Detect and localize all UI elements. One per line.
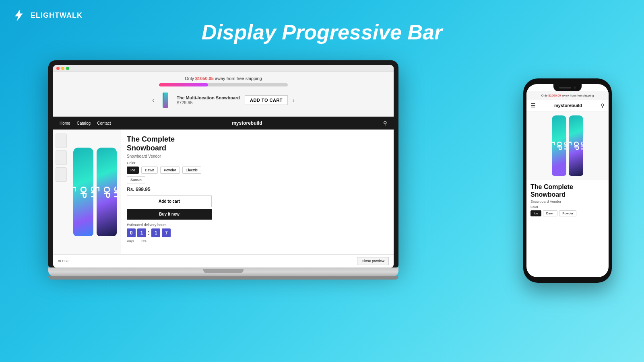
countdown-hours-ones: 1 [137, 228, 146, 237]
phone-notch [553, 84, 582, 91]
cart-item-price: $729.95 [177, 100, 240, 105]
est-text: m EST [58, 259, 69, 263]
product-price: Rs. 699.95 [127, 187, 212, 192]
countdown-labels: Days Hrs [127, 239, 212, 243]
hrs-label: Hrs [141, 239, 146, 243]
browser-dot-close [56, 67, 60, 70]
phone-shipping-amount: $1000.00 [548, 94, 561, 97]
product-details: The Complete Snowboard Snowboard Vendor … [121, 130, 217, 254]
phone-color-ice[interactable]: Ice [530, 210, 541, 216]
announcement-text: Only $1050.05 away from free shipping [61, 76, 386, 81]
phone-color-dawn[interactable]: Dawn [543, 210, 557, 216]
color-options: Ice Dawn Powder Electric Sunset [127, 167, 212, 183]
snowboard-image-1: SHOPF [73, 148, 93, 236]
phone-snowboard-2: SHOPF [569, 115, 583, 176]
cart-item-info: The Multi-location Snowboard $729.95 [177, 95, 240, 105]
brand-name: ELIGHTWALK [31, 11, 83, 20]
color-ice[interactable]: Ice [127, 167, 139, 174]
thumbnail-2[interactable] [56, 150, 67, 165]
thumbnail-strip [53, 130, 69, 254]
phone-color-label: Color [530, 205, 605, 209]
page-title: Display Progressive Bar [0, 20, 644, 44]
nav-catalog[interactable]: Catalog [77, 121, 91, 125]
close-preview-button[interactable]: Close preview [357, 257, 389, 265]
phone-speaker [559, 87, 571, 88]
countdown-minutes-ones: 7 [162, 228, 171, 237]
phone-mockup: Only $1000.00 away from free shipping ☰ … [523, 78, 612, 283]
laptop-screen-inner: Only $1050.05 away from free shipping ‹ … [53, 65, 394, 267]
color-dawn[interactable]: Dawn [141, 167, 158, 174]
phone-color-powder[interactable]: Powder [559, 210, 576, 216]
cart-item-row: ‹ The Multi-location Snowboard $729.95 A… [61, 90, 386, 111]
cart-prev-button[interactable]: ‹ [152, 97, 154, 103]
color-electric[interactable]: Electric [182, 167, 202, 174]
nav-contact[interactable]: Contact [97, 121, 111, 125]
store-nav: Home Catalog Contact mystorebuild ⚲ [53, 117, 394, 130]
laptop-screen-outer: Only $1050.05 away from free shipping ‹ … [48, 60, 398, 267]
phone-product-title: The Complete Snowboard [530, 183, 605, 198]
days-label: Days [127, 239, 134, 243]
cart-item-image [159, 92, 172, 108]
search-icon[interactable]: ⚲ [383, 120, 387, 126]
laptop-foot [48, 276, 398, 280]
laptop-mockup: Only $1050.05 away from free shipping ‹ … [48, 60, 398, 280]
cart-item-name: The Multi-location Snowboard [177, 95, 240, 100]
color-powder[interactable]: Powder [160, 167, 180, 174]
phone-snowboard-1: SHOPF [552, 115, 566, 176]
thumbnail-3[interactable] [56, 167, 67, 182]
preview-bar: m EST Close preview [53, 254, 394, 267]
nav-links: Home Catalog Contact [60, 121, 111, 125]
progress-fill [159, 83, 208, 86]
shipping-amount: $1050.05 [195, 76, 214, 81]
browser-dot-minimize [61, 67, 64, 70]
buy-now-button[interactable]: Buy it now [127, 209, 212, 220]
phone-color-options: Ice Dawn Powder [530, 210, 605, 216]
snowboard-text-2: SHOPF [97, 186, 117, 197]
cart-add-to-cart-button[interactable]: ADD TO CART [245, 95, 288, 105]
color-sunset[interactable]: Sunset [127, 176, 145, 183]
countdown-hours-tens: 0 [127, 228, 136, 237]
countdown-minutes-tens: 1 [151, 228, 160, 237]
store-name: mystorebuild [232, 120, 262, 126]
phone-product-details: The Complete Snowboard Snowboard Vendor … [526, 180, 609, 220]
phone-search-icon[interactable]: ⚲ [601, 103, 605, 109]
snowboard-image-2: SHOPF [97, 148, 117, 236]
nav-home[interactable]: Home [60, 121, 70, 125]
phone-announcement: Only $1000.00 away from free shipping [526, 91, 609, 100]
progress-track [159, 83, 288, 86]
phone-screen: Only $1000.00 away from free shipping ☰ … [526, 84, 609, 277]
cart-snowboard-thumbnail [163, 93, 168, 108]
laptop-base [48, 267, 398, 276]
browser-dot-maximize [66, 67, 69, 70]
thumbnail-1[interactable] [56, 134, 67, 148]
phone-outer: Only $1000.00 away from free shipping ☰ … [523, 78, 612, 283]
product-image-section: SHOPF SHOPF [53, 130, 121, 254]
product-vendor: Snowboard Vendor [127, 154, 212, 158]
color-label: Color [127, 161, 212, 165]
phone-sb-text-1: SHOPF [552, 141, 566, 150]
phone-sb-text-2: SHOPF [569, 141, 583, 150]
phone-store-name: mystorebuild [554, 103, 582, 108]
announcement-bar: Only $1050.05 away from free shipping ‹ … [53, 72, 394, 117]
product-title: The Complete Snowboard [127, 135, 212, 152]
browser-chrome [53, 65, 394, 72]
cart-next-button[interactable]: › [293, 97, 295, 103]
phone-product-images: SHOPF SHOPF [526, 111, 609, 180]
phone-vendor: Snowboard Vendor [530, 200, 605, 204]
add-to-cart-main-button[interactable]: Add to cart [127, 195, 212, 207]
product-area: SHOPF SHOPF The Complete Snowboard Snowb… [53, 130, 394, 254]
hamburger-icon[interactable]: ☰ [530, 102, 536, 109]
phone-camera [574, 86, 576, 89]
countdown-colon: : [148, 229, 150, 237]
snowboard-text-1: SHOPF [73, 186, 93, 197]
delivery-label: Estimated delivery hours [127, 223, 212, 227]
svg-marker-0 [15, 10, 23, 21]
product-images: SHOPF SHOPF [69, 130, 121, 254]
phone-nav: ☰ mystorebuild ⚲ [526, 100, 609, 111]
countdown-timer: 0 1 : 1 7 [127, 228, 212, 237]
